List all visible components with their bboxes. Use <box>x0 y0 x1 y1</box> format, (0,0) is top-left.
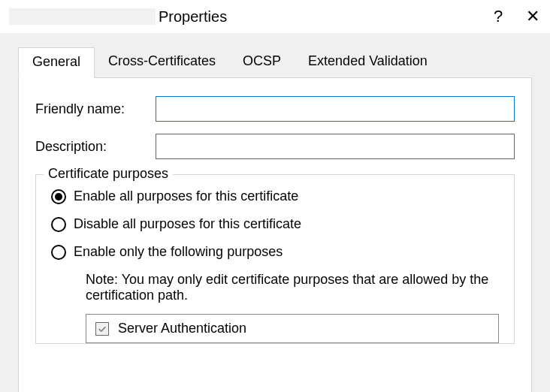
radio-icon-enable-all <box>51 189 66 204</box>
purpose-label: Server Authentication <box>118 321 246 336</box>
tab-general[interactable]: General <box>18 47 95 78</box>
radio-enable-all[interactable]: Enable all purposes for this certificate <box>51 188 499 204</box>
row-description: Description: <box>35 134 515 159</box>
help-button[interactable]: ? <box>481 0 515 33</box>
legend-certificate-purposes: Certificate purposes <box>44 166 173 182</box>
title-prefix-redacted <box>9 8 156 25</box>
tabstrip: General Cross-Certificates OCSP Extended… <box>18 47 532 77</box>
dialog-body: General Cross-Certificates OCSP Extended… <box>0 33 550 392</box>
label-description: Description: <box>35 139 156 155</box>
description-input[interactable] <box>156 134 515 159</box>
tab-ocsp[interactable]: OCSP <box>229 47 295 78</box>
purposes-list: Server Authentication <box>86 314 499 343</box>
radio-icon-disable-all <box>51 217 66 232</box>
radio-enable-only[interactable]: Enable only the following purposes <box>51 244 499 260</box>
close-button[interactable]: ✕ <box>515 0 550 33</box>
tabpage-general: Friendly name: Description: Certificate … <box>18 77 532 392</box>
radio-label-enable-only: Enable only the following purposes <box>74 244 283 260</box>
radio-label-enable-all: Enable all purposes for this certificate <box>74 188 298 204</box>
friendly-name-input[interactable] <box>156 96 515 122</box>
radio-icon-enable-only <box>51 245 66 260</box>
row-friendly-name: Friendly name: <box>35 96 515 122</box>
radio-disable-all[interactable]: Disable all purposes for this certificat… <box>51 216 499 232</box>
purpose-server-authentication[interactable]: Server Authentication <box>95 321 489 336</box>
label-friendly-name: Friendly name: <box>35 101 156 117</box>
titlebar: Properties ? ✕ <box>0 0 550 33</box>
radio-label-disable-all: Disable all purposes for this certificat… <box>74 216 301 232</box>
title-suffix: Properties <box>159 8 227 26</box>
note-text: Note: You may only edit certificate purp… <box>86 272 499 303</box>
tab-extended-validation[interactable]: Extended Validation <box>295 47 441 78</box>
fieldset-certificate-purposes: Certificate purposes Enable all purposes… <box>35 174 515 344</box>
checkbox-icon <box>95 322 109 336</box>
tab-cross-certificates[interactable]: Cross-Certificates <box>95 47 229 78</box>
